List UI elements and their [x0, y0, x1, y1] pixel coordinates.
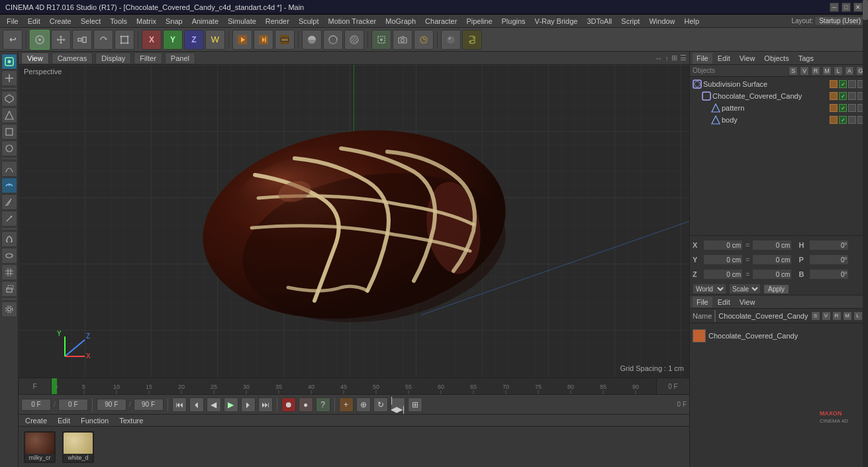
rb-tab-file[interactable]: File [693, 297, 712, 307]
go-start-btn[interactable]: ⏮ [172, 397, 187, 412]
vp-icon-4[interactable]: ☰ [680, 54, 687, 62]
timeline-ruler[interactable]: 0 5 10 15 20 25 30 [52, 378, 656, 394]
rb-icon-1[interactable]: S [811, 311, 820, 321]
rb-scrollbar[interactable] [863, 0, 868, 467]
move-button[interactable] [51, 30, 71, 50]
lt-loop-btn[interactable] [1, 248, 17, 264]
badge-pattern-3[interactable] [848, 104, 856, 112]
autokey-btn[interactable]: ● [299, 397, 313, 412]
menu-plugins[interactable]: Plugins [498, 16, 530, 26]
menu-window[interactable]: Window [645, 16, 679, 26]
badge-subdiv-1[interactable] [830, 80, 838, 88]
badge-candy-3[interactable] [848, 92, 856, 100]
badge-body-2[interactable]: ✓ [839, 116, 847, 124]
coord-b-input[interactable] [809, 269, 849, 280]
maximize-button[interactable]: □ [842, 3, 851, 12]
coord-apply-btn[interactable]: Apply [763, 284, 789, 294]
vp-icon-1[interactable]: ↔ [655, 54, 663, 62]
end-frame-left-input[interactable] [97, 399, 126, 411]
keyframe-btn[interactable]: + [339, 397, 354, 412]
lt-knife-btn[interactable] [1, 211, 17, 227]
lt-triangle-btn[interactable] [1, 107, 17, 123]
coord-x-input[interactable] [703, 240, 743, 250]
axis-y-button[interactable]: Y [163, 30, 183, 50]
menu-help[interactable]: Help [681, 16, 704, 26]
go-end-btn[interactable]: ⏭ [258, 397, 273, 412]
axis-z-button[interactable]: Z [184, 30, 204, 50]
timeline-playhead[interactable] [52, 378, 57, 394]
menu-mograph[interactable]: MoGraph [381, 16, 420, 26]
close-button[interactable]: ✕ [853, 3, 863, 12]
obj-icon-6[interactable]: A [845, 66, 854, 76]
rotate-button[interactable] [93, 30, 113, 50]
python-btn[interactable] [462, 30, 482, 50]
lt-poly-btn[interactable] [1, 91, 17, 107]
prev-frame-btn[interactable]: ⏴ [189, 397, 204, 412]
rb-icon-2[interactable]: V [822, 311, 831, 321]
lt-extrude-btn[interactable] [1, 281, 17, 297]
coord-z-input[interactable] [703, 269, 743, 280]
menu-sculpt[interactable]: Sculpt [295, 16, 323, 26]
camera-btn[interactable] [393, 30, 412, 50]
viewport-shading-btn[interactable] [302, 30, 322, 50]
menu-edit[interactable]: Edit [24, 16, 44, 26]
mat-tab-texture[interactable]: Texture [115, 416, 147, 425]
lt-grid-btn[interactable] [1, 264, 17, 280]
coord-y-input[interactable] [703, 254, 743, 265]
rb-icon-4[interactable]: M [843, 311, 852, 321]
render-all-button[interactable] [275, 30, 295, 50]
menu-snap[interactable]: Snap [162, 16, 187, 26]
coord-h-input[interactable] [809, 240, 849, 250]
material-ball-btn[interactable] [441, 30, 461, 50]
menu-matrix[interactable]: Matrix [132, 16, 160, 26]
menu-motion-tracker[interactable]: Motion Tracker [324, 16, 380, 26]
badge-pattern-2[interactable]: ✓ [839, 104, 847, 112]
mat-tab-create[interactable]: Create [21, 416, 51, 425]
next-frame-btn[interactable]: ⏵ [241, 397, 256, 412]
obj-chocolate-candy[interactable]: Chocolate_Covered_Candy ✓ [691, 90, 867, 102]
anim-btn[interactable] [414, 30, 434, 50]
badge-subdiv-2[interactable]: ✓ [839, 80, 847, 88]
play-btn[interactable]: ▶ [224, 397, 238, 412]
rb-tab-view[interactable]: View [736, 297, 759, 307]
snap-btn[interactable] [371, 30, 391, 50]
coord-p-input[interactable] [809, 254, 849, 265]
live-select-button[interactable] [30, 30, 50, 50]
menu-select[interactable]: Select [77, 16, 105, 26]
badge-candy-2[interactable]: ✓ [839, 92, 847, 100]
lt-sculpt-btn[interactable] [1, 178, 17, 193]
record-btn[interactable]: ⏺ [281, 397, 296, 412]
obj-icon-5[interactable]: L [834, 66, 843, 76]
motion-btn[interactable]: ⊕ [356, 397, 371, 412]
viewport-checker-btn[interactable] [344, 30, 364, 50]
menu-character[interactable]: Character [421, 16, 461, 26]
menu-vray[interactable]: V-Ray Bridge [531, 16, 582, 26]
grid-mode-btn[interactable]: ⊞ [408, 397, 422, 412]
menu-render[interactable]: Render [262, 16, 293, 26]
transform-button[interactable] [115, 30, 134, 50]
lt-circle-btn[interactable] [1, 140, 17, 156]
current-frame-input[interactable] [58, 399, 88, 411]
menu-simulate[interactable]: Simulate [224, 16, 260, 26]
rb-mat-swatch[interactable] [693, 329, 706, 342]
end-frame-right-input[interactable] [134, 399, 164, 411]
obj-icon-3[interactable]: R [811, 66, 820, 76]
rp-tab-objects[interactable]: Objects [760, 53, 793, 64]
axis-x-button[interactable]: X [142, 30, 162, 50]
coord-y-eq-input[interactable] [752, 254, 792, 265]
undo-button[interactable]: ↩ [3, 30, 23, 50]
badge-candy-1[interactable] [830, 92, 838, 100]
coord-z-eq-input[interactable] [752, 269, 792, 280]
menu-file[interactable]: File [3, 16, 23, 26]
material-milky[interactable]: milky_cr [24, 431, 56, 463]
clamp-btn[interactable]: |◀▶| [391, 397, 405, 412]
start-frame-input[interactable] [21, 399, 51, 411]
rp-tab-file[interactable]: File [693, 53, 712, 64]
vp-tab-filter[interactable]: Filter [134, 52, 162, 64]
loop-btn[interactable]: ↻ [373, 397, 388, 412]
rb-icon-3[interactable]: R [832, 311, 842, 321]
viewport[interactable]: Perspective Z X Y [19, 65, 689, 378]
rp-tab-edit[interactable]: Edit [714, 53, 734, 64]
vp-icon-2[interactable]: ↑ [665, 54, 669, 62]
coord-scale-select[interactable]: Scale Size [729, 284, 761, 294]
